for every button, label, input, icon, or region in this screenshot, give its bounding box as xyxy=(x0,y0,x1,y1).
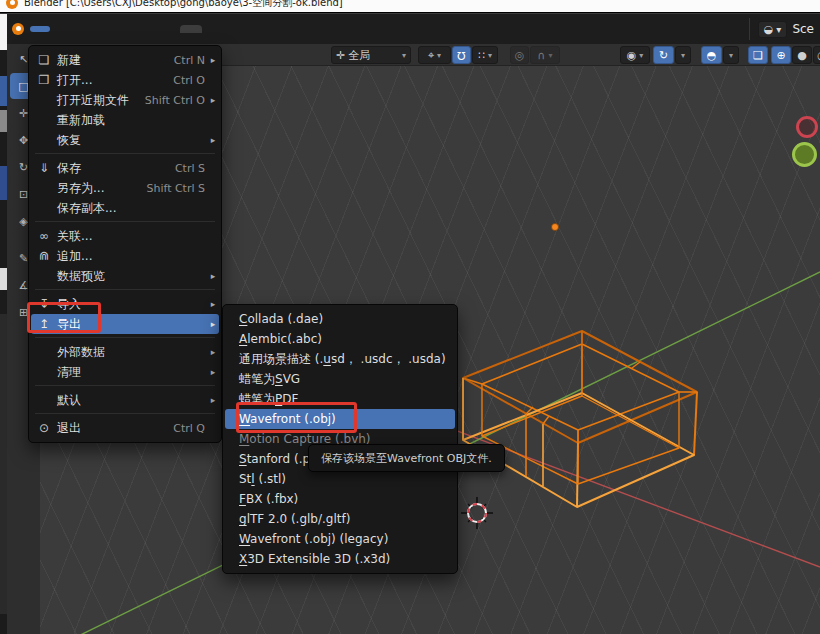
export-menu-item[interactable]: Collada (.dae) xyxy=(225,309,455,329)
submenu-arrow-icon: ▸ xyxy=(207,347,219,357)
transform-tool-icon: ◈ xyxy=(19,216,27,227)
caret-down-icon: ▾ xyxy=(639,51,643,60)
workspace-tab[interactable] xyxy=(300,25,322,33)
new-file-icon: ❏ xyxy=(31,53,57,67)
caret-down-icon: ▾ xyxy=(488,51,492,60)
file-menu-item[interactable]: 恢复 ▸ xyxy=(31,130,219,150)
submenu-arrow-icon: ▸ xyxy=(207,271,219,281)
pivot-icon: ⌖ xyxy=(428,50,434,61)
xray-icon: ❏ xyxy=(753,50,763,61)
proportional-icon: ◎ xyxy=(515,50,525,61)
caret-down-icon: ▾ xyxy=(776,24,781,35)
gizmos-toggle[interactable]: ↻ xyxy=(653,46,674,64)
file-menu-item[interactable]: 默认 ▸ xyxy=(31,390,219,410)
export-menu-item[interactable]: Wavefront (.obj) (legacy) xyxy=(225,529,455,549)
workspace-tab[interactable] xyxy=(252,25,274,33)
snap-with-icon: ∷ xyxy=(478,50,485,61)
magnet-icon: Ω xyxy=(457,50,465,61)
move-tool-icon: ✥ xyxy=(19,135,28,146)
workspace-tab[interactable] xyxy=(324,25,346,33)
nav-gizmo-y-ball[interactable] xyxy=(792,142,817,167)
file-menu-item[interactable]: 清理 ▸ xyxy=(31,362,219,382)
export-menu-item[interactable]: Alembic(.abc) xyxy=(225,329,455,349)
transform-orientation-dropdown[interactable]: ✛ 全局 ▾ xyxy=(331,46,411,64)
xray-toggle[interactable]: ❏ xyxy=(748,46,768,64)
export-menu-item[interactable]: Stl (.stl) xyxy=(225,469,455,489)
tooltip-text: 保存该场景至Wavefront OBJ文件. xyxy=(321,451,492,466)
menu-separator xyxy=(35,289,215,290)
overlays-dropdown[interactable]: ▾ xyxy=(723,46,739,64)
file-menu-item[interactable]: ❏ 新建 Ctrl N ▸ xyxy=(31,50,219,70)
scene-icon: ◒ xyxy=(764,24,774,35)
file-menu-item[interactable]: 另存为... Shift Ctrl S xyxy=(31,178,219,198)
main-menus xyxy=(30,26,138,32)
annotate-tool-icon: ✎ xyxy=(19,253,28,264)
append-icon: ⋓ xyxy=(31,249,57,263)
export-menu-item[interactable]: glTF 2.0 (.glb/.gltf) xyxy=(225,509,455,529)
export-menu-item[interactable]: FBX (.fbx) xyxy=(225,489,455,509)
file-menu-item[interactable]: ❐ 打开... Ctrl O xyxy=(31,70,219,90)
workspace-tab[interactable] xyxy=(204,25,226,33)
submenu-arrow-icon: ▸ xyxy=(207,95,219,105)
menu-separator xyxy=(35,337,215,338)
nav-gizmo-x-ball[interactable] xyxy=(796,116,818,138)
object-visibility-dropdown[interactable]: ◉ ▾ xyxy=(620,46,650,64)
file-menu-item[interactable]: 打开近期文件 Shift Ctrl O ▸ xyxy=(31,90,219,110)
menu-button[interactable] xyxy=(74,26,94,32)
shading-material-button[interactable]: ◑ xyxy=(813,46,820,64)
export-menu-item[interactable]: X3D Extensible 3D (.x3d) xyxy=(225,549,455,569)
workspace-tab[interactable] xyxy=(228,25,250,33)
workspace-tab[interactable] xyxy=(276,25,298,33)
solid-shading-icon: ● xyxy=(797,50,807,61)
workspace-tabs xyxy=(156,25,346,33)
workspace-tab[interactable] xyxy=(156,25,178,33)
wireframe-shading-icon: ⊕ xyxy=(776,50,785,61)
blender-logo-icon xyxy=(6,0,18,9)
scene-selector[interactable]: ◒ ▾ xyxy=(758,21,788,38)
caret-down-icon: ▾ xyxy=(729,51,733,60)
file-menu-item[interactable]: ∞ 关联... xyxy=(31,226,219,246)
file-menu-item[interactable]: ⋓ 追加... xyxy=(31,246,219,266)
submenu-arrow-icon: ▸ xyxy=(207,55,219,65)
export-menu-item[interactable]: 蜡笔为SVG xyxy=(225,369,455,389)
file-menu-item[interactable]: ⇓ 保存 Ctrl S xyxy=(31,158,219,178)
power-icon: ⊙ xyxy=(31,421,57,435)
proportional-editing-toggle[interactable]: ◎ xyxy=(510,46,529,64)
snap-settings-dropdown[interactable]: ∷▾ xyxy=(472,46,498,64)
file-menu-item[interactable]: 外部数据 ▸ xyxy=(31,342,219,362)
background-window-sliver xyxy=(0,14,7,634)
falloff-icon: ∩ xyxy=(537,50,545,61)
menu-button[interactable] xyxy=(96,26,116,32)
gizmos-dropdown[interactable]: ▾ xyxy=(675,46,691,64)
menu-button[interactable] xyxy=(118,26,138,32)
falloff-dropdown[interactable]: ∩▾ xyxy=(530,46,560,64)
shading-solid-button[interactable]: ● xyxy=(792,46,812,64)
export-menu-item[interactable]: 通用场景描述 (.usd， .usdc， .usda) xyxy=(225,349,455,369)
snap-toggle[interactable]: Ω xyxy=(452,46,471,64)
rotate-tool-icon: ↻ xyxy=(19,162,28,173)
menu-button[interactable] xyxy=(30,26,50,32)
measure-tool-icon: ∡ xyxy=(19,280,29,291)
menu-separator xyxy=(35,153,215,154)
tooltip: 保存该场景至Wavefront OBJ文件. xyxy=(308,444,505,472)
submenu-arrow-icon: ▸ xyxy=(207,395,219,405)
window-titlebar: Blender [C:\Users\CXJ\Desktop\gong\baoye… xyxy=(0,0,820,13)
file-menu: ❏ 新建 Ctrl N ▸ ❐ 打开... Ctrl O 打开近期文件 Shif… xyxy=(28,45,222,443)
shading-wireframe-button[interactable]: ⊕ xyxy=(771,46,791,64)
menu-separator xyxy=(35,221,215,222)
scene-widget: ◒ ▾ Sce xyxy=(749,18,814,40)
workspace-tab[interactable] xyxy=(180,25,202,33)
file-menu-item[interactable]: 保存副本... xyxy=(31,198,219,218)
file-menu-item[interactable]: 数据预览 ▸ xyxy=(31,266,219,286)
file-menu-item[interactable]: ⊙ 退出 Ctrl Q xyxy=(31,418,219,438)
blender-menu-button[interactable] xyxy=(6,23,30,35)
open-folder-icon: ❐ xyxy=(31,73,57,87)
submenu-arrow-icon: ▸ xyxy=(207,299,219,309)
caret-down-icon: ▾ xyxy=(681,51,685,60)
orientation-icon: ✛ xyxy=(336,50,345,61)
submenu-arrow-icon: ▸ xyxy=(207,319,219,329)
menu-button[interactable] xyxy=(52,26,72,32)
overlays-toggle[interactable]: ◓ xyxy=(701,46,722,64)
file-menu-item[interactable]: 重新加载 xyxy=(31,110,219,130)
pivot-point-dropdown[interactable]: ⌖ ▾ xyxy=(418,46,451,64)
